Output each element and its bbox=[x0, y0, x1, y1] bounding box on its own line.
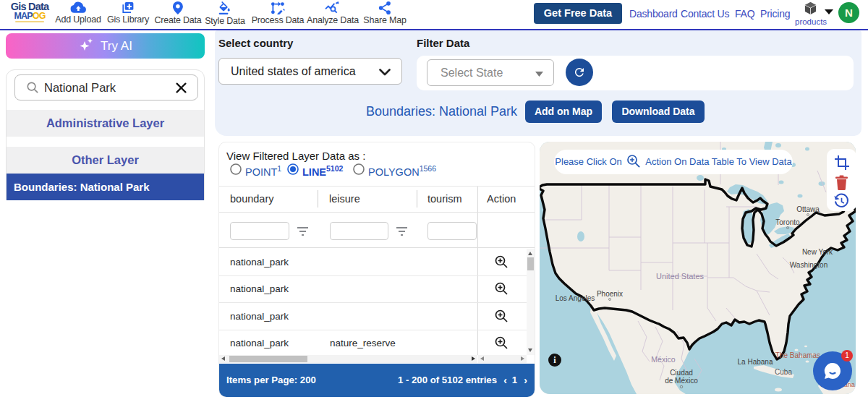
svg-text:Cuba: Cuba bbox=[775, 368, 792, 376]
svg-text:Toronto: Toronto bbox=[775, 218, 800, 226]
svg-text:New York: New York bbox=[802, 248, 833, 256]
svg-text:La Habana: La Habana bbox=[738, 358, 773, 366]
svg-text:Los Angeles: Los Angeles bbox=[556, 294, 595, 302]
svg-text:Phoenix: Phoenix bbox=[597, 290, 623, 298]
svg-text:The Bahamas: The Bahamas bbox=[775, 351, 820, 359]
svg-text:de México: de México bbox=[665, 377, 698, 385]
svg-text:Ciudad: Ciudad bbox=[670, 369, 693, 377]
svg-text:United States: United States bbox=[656, 272, 705, 281]
svg-text:México: México bbox=[651, 355, 675, 364]
svg-text:Ottawa: Ottawa bbox=[796, 205, 820, 213]
svg-text:Washington: Washington bbox=[790, 261, 827, 269]
